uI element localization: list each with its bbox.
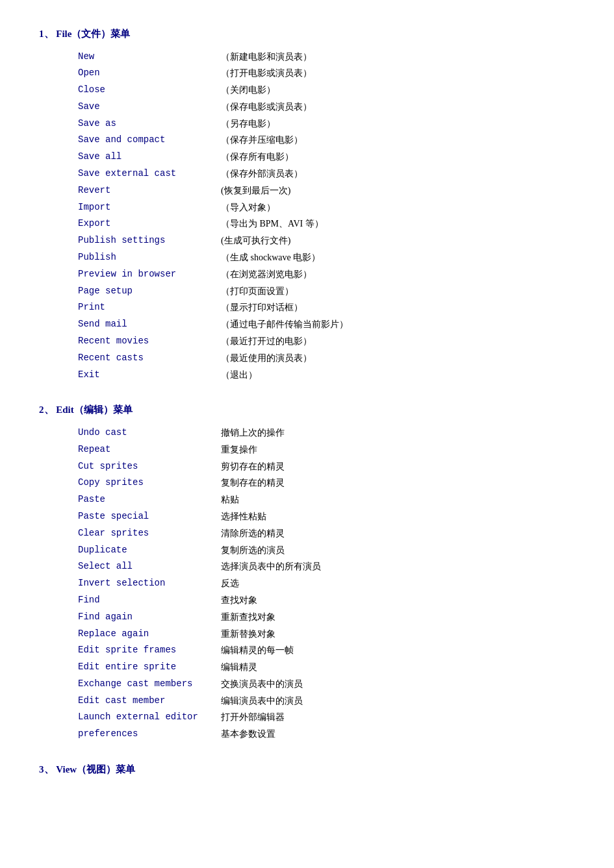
menu-item: Edit sprite frames编辑精灵的每一帧: [78, 643, 575, 658]
menu-item-english: preferences: [78, 726, 221, 742]
page-content: 1、 File（文件）菜单New（新建电影和演员表）Open（打开电影或演员表）…: [39, 26, 575, 778]
menu-item-chinese: (生成可执行文件): [221, 233, 290, 249]
menu-item-english: Save as: [78, 116, 221, 132]
menu-item-chinese: （新建电影和演员表）: [221, 49, 312, 65]
menu-item-english: Close: [78, 82, 221, 98]
menu-item-english: Undo cast: [78, 425, 221, 441]
menu-item-english: Save external cast: [78, 166, 221, 182]
section-title-view-menu: 3、 View（视图）菜单: [39, 762, 575, 778]
menu-item: Edit entire sprite编辑精灵: [78, 660, 575, 675]
menu-item-chinese: 编辑精灵: [221, 660, 257, 675]
menu-item: Find查找对象: [78, 593, 575, 608]
menu-item: Exit（退出）: [78, 367, 575, 383]
menu-item-english: Duplicate: [78, 543, 221, 558]
menu-item-chinese: 撤销上次的操作: [221, 425, 285, 441]
menu-item: Save all（保存所有电影）: [78, 149, 575, 165]
menu-item-chinese: 重新查找对象: [221, 610, 275, 625]
menu-item: Close（关闭电影）: [78, 82, 575, 98]
section-file-menu: 1、 File（文件）菜单New（新建电影和演员表）Open（打开电影或演员表）…: [39, 26, 575, 382]
menu-item-english: Paste: [78, 492, 221, 508]
menu-item: Recent casts（最近使用的演员表）: [78, 351, 575, 366]
menu-item-chinese: （保存外部演员表）: [221, 166, 303, 182]
menu-item: Preview in browser（在浏览器浏览电影）: [78, 267, 575, 282]
menu-item-chinese: 清除所选的精灵: [221, 526, 285, 541]
menu-item-english: Paste special: [78, 509, 221, 525]
section-title-file-menu: 1、 File（文件）菜单: [39, 26, 575, 43]
menu-item: Invert selection反选: [78, 576, 575, 591]
menu-item-chinese: 复制存在的精灵: [221, 475, 285, 491]
menu-item-english: Publish: [78, 250, 221, 266]
menu-item: Open（打开电影或演员表）: [78, 66, 575, 81]
menu-item: Send mail（通过电子邮件传输当前影片）: [78, 317, 575, 332]
menu-item: Paste special选择性粘贴: [78, 509, 575, 525]
menu-item-english: Print: [78, 300, 221, 316]
menu-item-english: Edit sprite frames: [78, 643, 221, 658]
menu-item-chinese: 重新替换对象: [221, 626, 275, 642]
menu-item-chinese: 交换演员表中的演员: [221, 676, 303, 692]
menu-item: Cut sprites剪切存在的精灵: [78, 459, 575, 475]
menu-item-chinese: （打开电影或演员表）: [221, 66, 312, 81]
menu-item-chinese: （另存电影）: [221, 116, 275, 132]
menu-item-english: Invert selection: [78, 576, 221, 591]
menu-item: New（新建电影和演员表）: [78, 49, 575, 65]
menu-item-english: Save and compact: [78, 132, 221, 148]
menu-item-chinese: 重复操作: [221, 442, 257, 458]
menu-item-english: Exchange cast members: [78, 676, 221, 692]
section-title-edit-menu: 2、 Edit（编辑）菜单: [39, 402, 575, 419]
menu-item: Save external cast（保存外部演员表）: [78, 166, 575, 182]
menu-item-chinese: 复制所选的演员: [221, 543, 285, 558]
menu-item-chinese: （关闭电影）: [221, 82, 275, 98]
menu-item-english: Save all: [78, 149, 221, 165]
menu-item-english: Publish settings: [78, 233, 221, 249]
menu-item-english: Revert: [78, 183, 221, 199]
menu-item: Save and compact（保存并压缩电影）: [78, 132, 575, 148]
menu-item-chinese: (恢复到最后一次): [221, 183, 290, 199]
menu-item-chinese: （保存所有电影）: [221, 149, 294, 165]
menu-item: Duplicate复制所选的演员: [78, 543, 575, 558]
menu-item-english: Select all: [78, 559, 221, 575]
menu-item-english: Replace again: [78, 626, 221, 642]
menu-item: Undo cast撤销上次的操作: [78, 425, 575, 441]
menu-item: Import（导入对象）: [78, 200, 575, 216]
menu-item-english: Cut sprites: [78, 459, 221, 475]
menu-item: Paste粘贴: [78, 492, 575, 508]
menu-item-english: Find again: [78, 610, 221, 625]
menu-item-english: Save: [78, 99, 221, 115]
menu-item: Replace again重新替换对象: [78, 626, 575, 642]
menu-item-chinese: 剪切存在的精灵: [221, 459, 285, 475]
menu-item-english: Edit entire sprite: [78, 660, 221, 675]
menu-item-english: Page setup: [78, 284, 221, 299]
menu-item-english: Repeat: [78, 442, 221, 458]
section-view-menu: 3、 View（视图）菜单: [39, 762, 575, 778]
menu-item: Recent movies（最近打开过的电影）: [78, 334, 575, 349]
section-edit-menu: 2、 Edit（编辑）菜单Undo cast撤销上次的操作Repeat重复操作C…: [39, 402, 575, 742]
menu-item-english: Import: [78, 200, 221, 216]
menu-item-chinese: （在浏览器浏览电影）: [221, 267, 312, 282]
menu-item-chinese: （保存并压缩电影）: [221, 132, 303, 148]
menu-item-chinese: （导出为 BPM、AVI 等）: [221, 216, 324, 232]
menu-item: Revert(恢复到最后一次): [78, 183, 575, 199]
menu-item: Page setup（打印页面设置）: [78, 284, 575, 299]
menu-item-english: Open: [78, 66, 221, 81]
menu-item: Copy sprites复制存在的精灵: [78, 475, 575, 491]
menu-item: Repeat重复操作: [78, 442, 575, 458]
menu-item: Edit cast member编辑演员表中的演员: [78, 693, 575, 709]
menu-item-chinese: （生成 shockwave 电影）: [221, 250, 320, 266]
menu-item-english: Recent casts: [78, 351, 221, 366]
menu-item-chinese: 选择性粘贴: [221, 509, 266, 525]
menu-item-english: New: [78, 49, 221, 65]
menu-item-chinese: （导入对象）: [221, 200, 275, 216]
menu-item: Save as（另存电影）: [78, 116, 575, 132]
menu-item-chinese: 基本参数设置: [221, 726, 275, 742]
menu-item-chinese: （通过电子邮件传输当前影片）: [221, 317, 348, 332]
menu-item-chinese: 选择演员表中的所有演员: [221, 559, 321, 575]
menu-item: Find again重新查找对象: [78, 610, 575, 625]
menu-item-chinese: （打印页面设置）: [221, 284, 294, 299]
menu-item-chinese: （退出）: [221, 367, 257, 383]
menu-item: Publish（生成 shockwave 电影）: [78, 250, 575, 266]
menu-item: Print（显示打印对话框）: [78, 300, 575, 316]
menu-item-chinese: 反选: [221, 576, 239, 591]
menu-item-chinese: 查找对象: [221, 593, 257, 608]
menu-item-english: Preview in browser: [78, 267, 221, 282]
menu-item-chinese: （显示打印对话框）: [221, 300, 303, 316]
